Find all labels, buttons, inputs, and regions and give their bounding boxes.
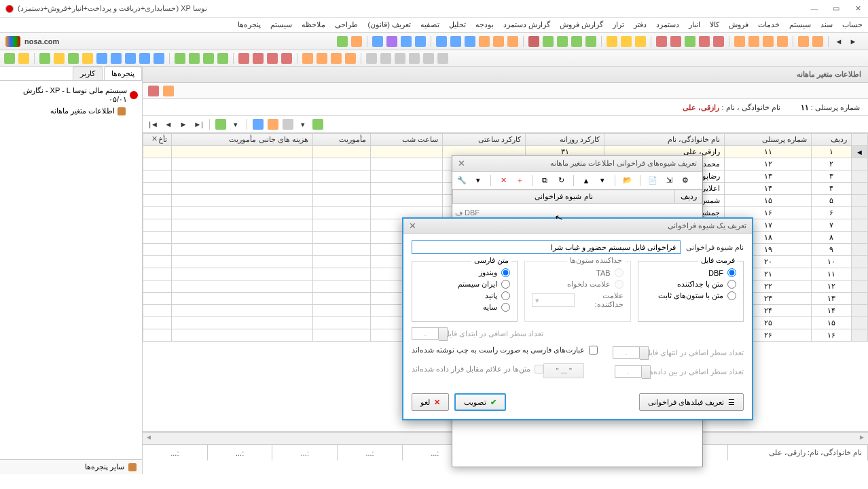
tool-icon[interactable] <box>337 36 348 47</box>
tool-icon[interactable] <box>96 53 107 64</box>
tool-icon[interactable] <box>437 53 448 64</box>
sidebar-tab-user[interactable]: کاربر <box>73 67 103 80</box>
col-header[interactable]: ساعت شب <box>370 134 442 146</box>
menu-item[interactable]: تراز <box>613 20 624 29</box>
tool-icon[interactable] <box>253 53 264 64</box>
menu-item[interactable]: خدمات <box>758 20 780 29</box>
tool-icon[interactable] <box>465 36 475 47</box>
tool-icon[interactable] <box>4 53 15 64</box>
menu-item[interactable]: انبار <box>689 20 700 29</box>
ok-button[interactable]: ✔تصویب <box>454 393 506 411</box>
menu-item[interactable]: تحلیل <box>449 20 466 29</box>
dropdown-icon[interactable]: ▾ <box>297 119 308 130</box>
menu-item[interactable]: دفتر <box>634 20 647 29</box>
tool-icon[interactable] <box>351 36 362 47</box>
menu-item[interactable]: سند <box>820 20 833 29</box>
tool-icon[interactable] <box>748 36 759 47</box>
tool-icon[interactable] <box>283 119 293 130</box>
doc-icon[interactable]: 📄 <box>647 175 658 186</box>
radio-dbf[interactable] <box>727 268 736 277</box>
dropdown-icon[interactable]: ▾ <box>597 175 608 186</box>
tool-icon[interactable] <box>366 53 377 64</box>
tool-icon[interactable] <box>507 36 518 47</box>
tool-icon[interactable] <box>386 36 397 47</box>
tool-icon[interactable] <box>670 36 681 47</box>
tool-icon[interactable] <box>812 36 823 47</box>
tool-icon[interactable] <box>281 53 292 64</box>
export-icon[interactable]: ⇲ <box>664 175 674 186</box>
wrench-icon[interactable]: 🔧 <box>456 175 467 186</box>
minimize-button[interactable]: — <box>810 4 819 14</box>
tree-child[interactable]: اطلاعات متغیر ماهانه <box>4 105 138 117</box>
tool-icon[interactable] <box>571 36 582 47</box>
tool-icon[interactable] <box>395 53 405 64</box>
radio-sayeh[interactable] <box>501 303 510 312</box>
tool-icon[interactable] <box>139 53 150 64</box>
tool-icon[interactable] <box>317 53 327 64</box>
tool-icon[interactable] <box>148 86 159 96</box>
menu-item[interactable]: ملاحظه <box>302 20 325 29</box>
tool-icon[interactable] <box>423 53 434 64</box>
tool-icon[interactable] <box>111 53 122 64</box>
col-header[interactable]: کارکرد ساعتی <box>443 134 526 146</box>
cancel-button[interactable]: ✕لغو <box>412 393 449 411</box>
tool-icon[interactable] <box>163 86 174 96</box>
tool-icon[interactable] <box>409 53 420 64</box>
define-fields-button[interactable]: ☰تعریف فیلدهای فراخوانی <box>639 393 744 411</box>
tool-icon[interactable] <box>380 53 391 64</box>
nav-fwd-icon[interactable]: ► <box>848 36 858 47</box>
tool-icon[interactable] <box>82 53 93 64</box>
tool-icon[interactable] <box>267 53 278 64</box>
tool-icon[interactable] <box>798 36 809 47</box>
tool-icon[interactable] <box>401 36 412 47</box>
tool-icon[interactable] <box>713 36 724 47</box>
menu-item[interactable]: طراحی <box>335 20 358 29</box>
tool-icon[interactable] <box>607 36 617 47</box>
tool-icon[interactable] <box>18 53 29 64</box>
tool-icon[interactable] <box>203 53 214 64</box>
tool-icon[interactable] <box>54 53 65 64</box>
open-icon[interactable]: 📂 <box>622 175 633 186</box>
col-header[interactable]: نام خانوادگی، نام <box>604 134 725 146</box>
grid-close-icon[interactable]: ✕ <box>151 134 158 143</box>
menu-item[interactable]: سیستم <box>270 20 292 29</box>
tool-icon[interactable] <box>734 36 745 47</box>
tree-root[interactable]: سیستم مالی نوسا XP - L - نگارش ۰۵/۰۱ <box>4 85 138 105</box>
refresh-icon[interactable]: ↻ <box>556 175 566 186</box>
tool-icon[interactable] <box>585 36 596 47</box>
nav-back-icon[interactable]: ◄ <box>833 36 844 47</box>
tool-icon[interactable] <box>557 36 568 47</box>
nav-last-icon[interactable]: ►| <box>193 119 204 130</box>
col-header[interactable]: مأموریت <box>312 134 370 146</box>
menu-item[interactable]: گزارش دستمزد <box>503 20 550 29</box>
tool-icon[interactable] <box>635 36 646 47</box>
col-header[interactable]: هزینه های جانبی مأموریت <box>171 134 312 146</box>
tool-icon[interactable] <box>699 36 710 47</box>
menu-item[interactable]: فروش <box>729 20 748 29</box>
tool-icon[interactable] <box>621 36 632 47</box>
tool-icon[interactable] <box>217 53 228 64</box>
tool-icon[interactable] <box>68 53 79 64</box>
radio-panid[interactable] <box>501 291 510 300</box>
tool-icon[interactable] <box>153 53 164 64</box>
tool-icon[interactable] <box>479 36 490 47</box>
up-icon[interactable]: ▲ <box>581 175 592 186</box>
radio-iransys[interactable] <box>501 280 510 289</box>
nav-next-icon[interactable]: ► <box>178 119 189 130</box>
menu-item[interactable]: تعریف (قانون) <box>367 20 410 29</box>
menu-item[interactable]: تصفیه <box>420 20 439 29</box>
close-button[interactable]: ✕ <box>853 4 863 14</box>
menu-item[interactable]: کالا <box>710 20 719 29</box>
nav-prev-icon[interactable]: ◄ <box>163 119 174 130</box>
tool-icon[interactable] <box>656 36 667 47</box>
tool-icon[interactable] <box>493 36 504 47</box>
col-header[interactable]: ردیف <box>811 134 852 146</box>
close-icon[interactable]: ✕ <box>458 158 465 168</box>
tool-icon[interactable] <box>312 119 323 130</box>
radio-delimited[interactable] <box>727 280 736 289</box>
tool-icon[interactable] <box>372 36 383 47</box>
tool-icon[interactable] <box>763 36 774 47</box>
add-icon[interactable]: ＋ <box>514 175 525 186</box>
tool-icon[interactable] <box>302 53 313 64</box>
col-header[interactable]: شماره پرسنلی <box>725 134 811 146</box>
